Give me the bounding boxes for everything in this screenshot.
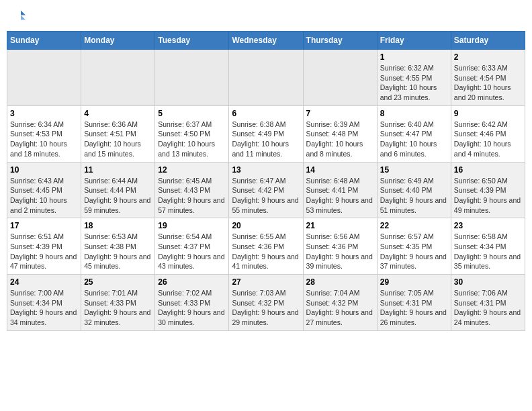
logo <box>7 7 28 26</box>
day-number: 23 <box>454 221 522 230</box>
calendar-day-cell: 30Sunrise: 7:06 AM Sunset: 4:31 PM Dayli… <box>451 275 525 331</box>
day-number: 10 <box>10 165 78 175</box>
day-info: Sunrise: 6:55 AM Sunset: 4:36 PM Dayligh… <box>232 232 300 271</box>
day-number: 1 <box>380 52 448 62</box>
day-info: Sunrise: 7:00 AM Sunset: 4:34 PM Dayligh… <box>10 288 78 328</box>
calendar-header-row: SundayMondayTuesdayWednesdayThursdayFrid… <box>7 32 525 50</box>
day-number: 30 <box>454 277 522 287</box>
calendar-week-row: 24Sunrise: 7:00 AM Sunset: 4:34 PM Dayli… <box>7 275 525 331</box>
day-info: Sunrise: 7:01 AM Sunset: 4:33 PM Dayligh… <box>84 288 152 328</box>
day-info: Sunrise: 6:49 AM Sunset: 4:40 PM Dayligh… <box>380 176 448 216</box>
day-number: 7 <box>306 109 374 118</box>
day-info: Sunrise: 6:53 AM Sunset: 4:38 PM Dayligh… <box>84 232 152 271</box>
calendar-day-cell: 19Sunrise: 6:54 AM Sunset: 4:37 PM Dayli… <box>155 218 229 275</box>
calendar-day-cell: 4Sunrise: 6:36 AM Sunset: 4:51 PM Daylig… <box>81 105 155 162</box>
calendar-day-cell: 5Sunrise: 6:37 AM Sunset: 4:50 PM Daylig… <box>155 105 229 162</box>
day-info: Sunrise: 7:05 AM Sunset: 4:31 PM Dayligh… <box>380 288 448 328</box>
calendar-day-cell <box>81 50 155 106</box>
calendar-day-cell: 9Sunrise: 6:42 AM Sunset: 4:46 PM Daylig… <box>451 105 525 162</box>
calendar-table: SundayMondayTuesdayWednesdayThursdayFrid… <box>7 31 525 331</box>
day-number: 5 <box>158 109 226 118</box>
calendar-day-cell: 21Sunrise: 6:56 AM Sunset: 4:36 PM Dayli… <box>303 218 377 275</box>
day-number: 3 <box>10 109 78 118</box>
day-info: Sunrise: 6:47 AM Sunset: 4:42 PM Dayligh… <box>232 176 300 216</box>
day-info: Sunrise: 6:54 AM Sunset: 4:37 PM Dayligh… <box>158 232 226 271</box>
day-info: Sunrise: 6:44 AM Sunset: 4:44 PM Dayligh… <box>84 176 152 216</box>
day-number: 29 <box>380 277 448 287</box>
day-number: 6 <box>232 109 300 118</box>
calendar-day-header: Wednesday <box>229 32 303 50</box>
day-info: Sunrise: 6:58 AM Sunset: 4:34 PM Dayligh… <box>454 232 522 271</box>
calendar-day-cell: 11Sunrise: 6:44 AM Sunset: 4:44 PM Dayli… <box>81 162 155 218</box>
calendar-day-cell: 3Sunrise: 6:34 AM Sunset: 4:53 PM Daylig… <box>7 105 81 162</box>
day-info: Sunrise: 6:57 AM Sunset: 4:35 PM Dayligh… <box>380 232 448 271</box>
calendar-day-cell <box>229 50 303 106</box>
calendar-body: 1Sunrise: 6:32 AM Sunset: 4:55 PM Daylig… <box>7 50 525 331</box>
day-number: 13 <box>232 165 300 175</box>
day-info: Sunrise: 7:03 AM Sunset: 4:32 PM Dayligh… <box>232 288 300 328</box>
day-number: 21 <box>306 221 374 230</box>
calendar-day-cell: 14Sunrise: 6:48 AM Sunset: 4:41 PM Dayli… <box>303 162 377 218</box>
day-number: 25 <box>84 277 152 287</box>
calendar-week-row: 1Sunrise: 6:32 AM Sunset: 4:55 PM Daylig… <box>7 50 525 106</box>
calendar-day-cell: 22Sunrise: 6:57 AM Sunset: 4:35 PM Dayli… <box>377 218 451 275</box>
day-info: Sunrise: 6:50 AM Sunset: 4:39 PM Dayligh… <box>454 176 522 216</box>
day-number: 28 <box>306 277 374 287</box>
calendar-day-cell: 20Sunrise: 6:55 AM Sunset: 4:36 PM Dayli… <box>229 218 303 275</box>
day-info: Sunrise: 6:32 AM Sunset: 4:55 PM Dayligh… <box>380 63 448 103</box>
day-number: 15 <box>380 165 448 175</box>
day-number: 18 <box>84 221 152 230</box>
day-info: Sunrise: 6:42 AM Sunset: 4:46 PM Dayligh… <box>454 120 522 159</box>
day-info: Sunrise: 6:51 AM Sunset: 4:39 PM Dayligh… <box>10 232 78 271</box>
calendar-day-cell: 12Sunrise: 6:45 AM Sunset: 4:43 PM Dayli… <box>155 162 229 218</box>
calendar-day-cell: 7Sunrise: 6:39 AM Sunset: 4:48 PM Daylig… <box>303 105 377 162</box>
calendar-day-cell: 26Sunrise: 7:02 AM Sunset: 4:33 PM Dayli… <box>155 275 229 331</box>
day-number: 11 <box>84 165 152 175</box>
calendar-day-header: Tuesday <box>155 32 229 50</box>
calendar-day-cell <box>303 50 377 106</box>
calendar-day-header: Friday <box>377 32 451 50</box>
calendar-day-header: Sunday <box>7 32 81 50</box>
page-header <box>7 7 525 26</box>
day-info: Sunrise: 6:48 AM Sunset: 4:41 PM Dayligh… <box>306 176 374 216</box>
calendar-day-cell: 15Sunrise: 6:49 AM Sunset: 4:40 PM Dayli… <box>377 162 451 218</box>
day-info: Sunrise: 6:45 AM Sunset: 4:43 PM Dayligh… <box>158 176 226 216</box>
calendar-day-cell: 25Sunrise: 7:01 AM Sunset: 4:33 PM Dayli… <box>81 275 155 331</box>
day-info: Sunrise: 6:33 AM Sunset: 4:54 PM Dayligh… <box>454 63 522 103</box>
calendar-day-cell: 17Sunrise: 6:51 AM Sunset: 4:39 PM Dayli… <box>7 218 81 275</box>
day-number: 19 <box>158 221 226 230</box>
calendar-day-cell: 16Sunrise: 6:50 AM Sunset: 4:39 PM Dayli… <box>451 162 525 218</box>
svg-marker-0 <box>21 11 26 15</box>
day-number: 26 <box>158 277 226 287</box>
calendar-week-row: 10Sunrise: 6:43 AM Sunset: 4:45 PM Dayli… <box>7 162 525 218</box>
calendar-day-cell: 10Sunrise: 6:43 AM Sunset: 4:45 PM Dayli… <box>7 162 81 218</box>
calendar-day-cell: 27Sunrise: 7:03 AM Sunset: 4:32 PM Dayli… <box>229 275 303 331</box>
calendar-day-header: Thursday <box>303 32 377 50</box>
calendar-day-cell: 2Sunrise: 6:33 AM Sunset: 4:54 PM Daylig… <box>451 50 525 106</box>
day-number: 17 <box>10 221 78 230</box>
day-number: 22 <box>380 221 448 230</box>
calendar-day-cell: 18Sunrise: 6:53 AM Sunset: 4:38 PM Dayli… <box>81 218 155 275</box>
day-info: Sunrise: 6:40 AM Sunset: 4:47 PM Dayligh… <box>380 120 448 159</box>
day-number: 4 <box>84 109 152 118</box>
calendar-day-cell: 23Sunrise: 6:58 AM Sunset: 4:34 PM Dayli… <box>451 218 525 275</box>
calendar-day-header: Monday <box>81 32 155 50</box>
day-number: 9 <box>454 109 522 118</box>
day-number: 20 <box>232 221 300 230</box>
day-info: Sunrise: 6:37 AM Sunset: 4:50 PM Dayligh… <box>158 120 226 159</box>
day-info: Sunrise: 6:38 AM Sunset: 4:49 PM Dayligh… <box>232 120 300 159</box>
day-info: Sunrise: 6:36 AM Sunset: 4:51 PM Dayligh… <box>84 120 152 159</box>
calendar-day-cell: 28Sunrise: 7:04 AM Sunset: 4:32 PM Dayli… <box>303 275 377 331</box>
day-info: Sunrise: 7:06 AM Sunset: 4:31 PM Dayligh… <box>454 288 522 328</box>
day-number: 8 <box>380 109 448 118</box>
calendar-day-header: Saturday <box>451 32 525 50</box>
calendar-day-cell: 13Sunrise: 6:47 AM Sunset: 4:42 PM Dayli… <box>229 162 303 218</box>
day-info: Sunrise: 6:43 AM Sunset: 4:45 PM Dayligh… <box>10 176 78 216</box>
day-number: 14 <box>306 165 374 175</box>
calendar-day-cell: 6Sunrise: 6:38 AM Sunset: 4:49 PM Daylig… <box>229 105 303 162</box>
calendar-week-row: 3Sunrise: 6:34 AM Sunset: 4:53 PM Daylig… <box>7 105 525 162</box>
day-number: 2 <box>454 52 522 62</box>
calendar-day-cell <box>7 50 81 106</box>
logo-icon <box>7 7 26 26</box>
calendar-day-cell <box>155 50 229 106</box>
